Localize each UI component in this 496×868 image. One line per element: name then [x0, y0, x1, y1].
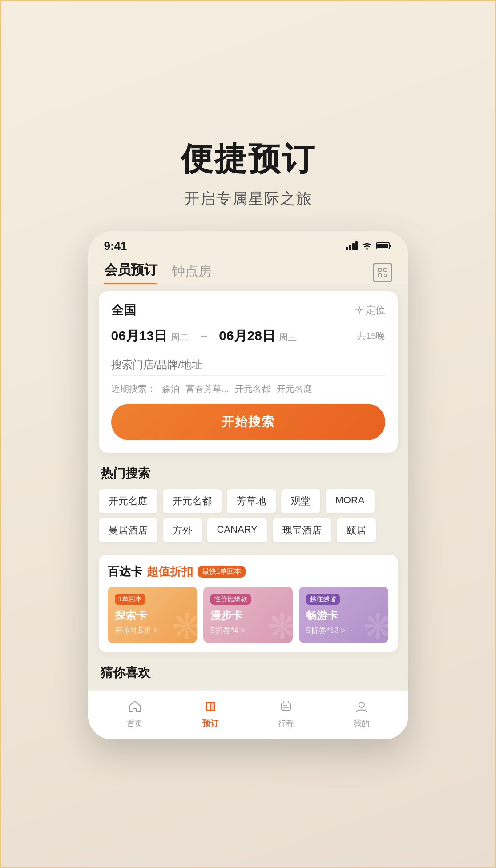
signal-icon [346, 241, 358, 250]
date-arrow: → [198, 330, 209, 342]
card-tile-2[interactable]: 越住越省 畅游卡 5折券*12 > ❋ [299, 587, 388, 643]
nav-booking-label: 预订 [202, 718, 218, 729]
bottom-nav: 首页 预订 [88, 690, 408, 739]
card-section-badge: 最快1单回本 [198, 566, 246, 578]
card-watermark-2: ❋ [363, 606, 388, 643]
phone-content: 全国 定位 06月13日 周二 → [88, 284, 408, 690]
date-from-main: 06月13日 [111, 327, 168, 345]
date-row[interactable]: 06月13日 周二 → 06月28日 周三 共15晚 [111, 327, 385, 345]
search-button[interactable]: 开始搜索 [111, 404, 385, 440]
svg-rect-3 [355, 241, 358, 250]
card-section-highlight: 超值折扣 [147, 564, 193, 579]
date-to: 06月28日 周三 [219, 327, 297, 345]
recent-search-row: 近期搜索： 森泊 富春芳草... 开元名都 开元名庭 [111, 383, 385, 395]
hot-tag-3[interactable]: 观堂 [281, 489, 320, 513]
page-title: 便捷预订 [181, 138, 316, 181]
hot-tag-5[interactable]: 曼居酒店 [99, 518, 157, 542]
svg-rect-15 [206, 702, 215, 711]
card-section-header: 百达卡 超值折扣 最快1单回本 [108, 564, 389, 579]
status-bar: 9:41 [88, 231, 408, 257]
hot-tag-9[interactable]: 颐居 [337, 518, 376, 542]
nav-trip[interactable]: 行程 [277, 698, 295, 729]
date-to-sub: 周三 [279, 331, 297, 343]
recent-tag-0[interactable]: 森泊 [162, 383, 180, 395]
hot-search-tags: 开元名庭 开元名都 芳草地 观堂 MORA 曼居酒店 方外 CANARY 瑰宝酒… [99, 489, 398, 542]
nav-home-label: 首页 [127, 718, 143, 729]
date-to-main: 06月28日 [219, 327, 275, 345]
nights-count: 共15晚 [357, 330, 385, 342]
svg-rect-17 [211, 703, 214, 710]
page-wrapper: 便捷预订 开启专属星际之旅 9:41 [1, 120, 495, 748]
location-label[interactable]: 全国 [111, 302, 136, 319]
nav-home[interactable]: 首页 [126, 698, 144, 729]
location-row: 全国 定位 [111, 302, 385, 319]
location-btn[interactable]: 定位 [355, 304, 385, 317]
profile-icon [353, 698, 371, 715]
svg-rect-11 [384, 274, 385, 275]
search-input[interactable] [111, 354, 385, 376]
hot-tag-2[interactable]: 芳草地 [227, 489, 276, 513]
card-section-title: 百达卡 [108, 564, 142, 579]
svg-point-14 [358, 309, 361, 311]
search-card: 全国 定位 06月13日 周二 → [99, 291, 398, 453]
nav-profile[interactable]: 我的 [353, 698, 371, 729]
card-watermark-1: ❋ [267, 606, 293, 643]
svg-rect-2 [352, 243, 355, 250]
svg-point-4 [366, 248, 368, 250]
svg-rect-0 [346, 247, 348, 250]
recent-tag-3[interactable]: 开元名庭 [277, 383, 312, 395]
svg-rect-1 [349, 245, 351, 250]
card-tile-1[interactable]: 性价比爆款 漫步卡 5折券*4 > ❋ [203, 587, 293, 643]
card-row: 1单回本 探索卡 开卡礼5折 > ❋ 性价比爆款 漫步卡 5折券*4 > ❋ 越… [108, 587, 389, 643]
date-from: 06月13日 周二 [111, 327, 189, 345]
svg-rect-13 [384, 276, 386, 277]
booking-icon [202, 698, 219, 715]
location-text: 定位 [366, 304, 385, 317]
card-badge-0: 1单回本 [115, 594, 145, 605]
recent-tag-1[interactable]: 富春芳草... [186, 383, 229, 395]
card-section: 百达卡 超值折扣 最快1单回本 1单回本 探索卡 开卡礼5折 > ❋ 性价比爆款… [99, 555, 398, 652]
card-watermark-0: ❋ [172, 606, 197, 643]
svg-rect-6 [390, 245, 391, 247]
svg-rect-18 [282, 703, 290, 710]
status-time: 9:41 [104, 239, 127, 253]
nav-tabs: 会员预订 钟点房 [88, 257, 408, 284]
svg-rect-8 [378, 268, 381, 271]
scan-button[interactable] [373, 263, 392, 282]
hot-tag-8[interactable]: 瑰宝酒店 [273, 518, 331, 542]
location-icon [355, 306, 363, 314]
nav-booking[interactable]: 预订 [202, 698, 219, 729]
tab-hourly-room[interactable]: 钟点房 [172, 262, 212, 284]
recent-tag-2[interactable]: 开元名都 [235, 383, 270, 395]
svg-rect-10 [378, 274, 381, 277]
hot-tag-6[interactable]: 方外 [163, 518, 202, 542]
hot-tag-1[interactable]: 开元名都 [163, 489, 222, 513]
page-subtitle: 开启专属星际之旅 [184, 189, 312, 209]
recent-label: 近期搜索： [111, 383, 156, 395]
tab-member-booking[interactable]: 会员预订 [104, 261, 157, 284]
card-badge-1: 性价比爆款 [210, 594, 251, 605]
home-icon [126, 698, 144, 715]
nav-trip-label: 行程 [278, 718, 294, 729]
svg-point-19 [359, 702, 364, 707]
svg-rect-7 [377, 244, 388, 248]
card-badge-2: 越住越省 [306, 594, 340, 605]
hot-tag-0[interactable]: 开元名庭 [99, 489, 157, 513]
hot-search-title: 热门搜索 [99, 465, 398, 482]
svg-rect-16 [207, 703, 210, 710]
hot-tag-7[interactable]: CANARY [207, 518, 267, 542]
date-from-sub: 周二 [171, 331, 189, 343]
svg-rect-9 [384, 268, 387, 271]
hot-tag-4[interactable]: MORA [326, 489, 375, 513]
svg-rect-12 [386, 274, 387, 277]
card-tile-0[interactable]: 1单回本 探索卡 开卡礼5折 > ❋ [108, 587, 197, 643]
nav-profile-label: 我的 [354, 718, 370, 729]
wifi-icon [361, 241, 373, 250]
status-icons [346, 241, 392, 250]
battery-icon [376, 241, 392, 250]
trip-icon [277, 698, 295, 715]
phone-frame: 9:41 [88, 231, 408, 739]
guess-title: 猜你喜欢 [99, 664, 398, 681]
